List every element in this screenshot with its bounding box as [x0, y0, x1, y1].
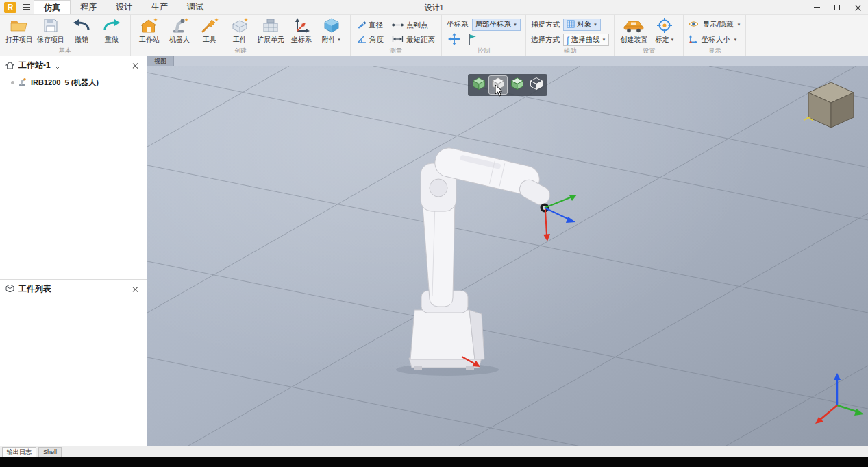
- mouse-cursor: [495, 84, 503, 99]
- ribbon-group-control-label: 控制: [445, 47, 522, 56]
- viewport-canvas[interactable]: [147, 66, 868, 446]
- menu-tab-production[interactable]: 生产: [142, 0, 177, 14]
- ribbon-group-basic: 打开项目 保存项目 撤销 重做 基本: [0, 15, 131, 56]
- maximize-button[interactable]: [827, 0, 847, 14]
- green-cube-edges-icon: [510, 77, 524, 93]
- select-mode-dropdown[interactable]: ∫ 选择曲线 ▼: [563, 34, 610, 46]
- ribbon-group-create-label: 创建: [134, 47, 347, 56]
- show-hide-button[interactable]: 显示/隐藏 ▼: [689, 19, 741, 31]
- create-attachment-button[interactable]: 附件▼: [317, 16, 347, 47]
- display-mode-toolbar: [468, 74, 547, 96]
- eye-icon: [689, 21, 699, 29]
- undo-button[interactable]: 撤销: [66, 16, 97, 47]
- shaded-edges-view-button[interactable]: [508, 76, 526, 94]
- chevron-down-icon[interactable]: [55, 60, 60, 72]
- robot-small-icon: [18, 77, 27, 88]
- save-project-button[interactable]: 保存项目: [35, 16, 66, 47]
- tree-item-robot-label: IRB1200_5 (机器人): [31, 77, 99, 88]
- move-cross-icon: [448, 33, 460, 47]
- redo-button[interactable]: 重做: [97, 16, 127, 47]
- angle-icon: [357, 35, 367, 45]
- axis-size-icon: [689, 35, 697, 45]
- menu-tab-debug[interactable]: 调试: [177, 0, 213, 14]
- chevron-down-icon: ▼: [733, 38, 737, 42]
- tree-item-robot[interactable]: IRB1200_5 (机器人): [0, 75, 147, 91]
- viewport-tab-view[interactable]: 视图: [147, 56, 174, 66]
- create-robot-button[interactable]: 机器人: [164, 16, 195, 47]
- axis-size-button[interactable]: 坐标大小 ▼: [689, 34, 741, 46]
- app-window: R 仿真 程序 设计 生产 调试 设计1 打开项目 保存项目: [0, 0, 868, 467]
- create-extension-unit-button[interactable]: 扩展单元: [255, 16, 286, 47]
- left-sidebar: 工作站-1 IRB1200_5 (机器人) 工件列表: [0, 56, 147, 446]
- measure-shortest-distance-button[interactable]: 最短距离: [390, 32, 436, 47]
- jog-tool-button[interactable]: [465, 34, 480, 46]
- world-triad-axes: [815, 373, 864, 424]
- chevron-down-icon[interactable]: ▼: [337, 38, 341, 42]
- create-part-button[interactable]: 工件: [225, 16, 255, 47]
- menu-tab-design[interactable]: 设计: [106, 0, 142, 14]
- calibrate-button[interactable]: 标定▼: [649, 16, 680, 47]
- hidden-line-view-button[interactable]: [528, 76, 545, 94]
- create-device-button[interactable]: 创建装置: [618, 16, 649, 47]
- white-cube-outline-icon: [530, 77, 543, 93]
- robot-arm-icon: [170, 17, 189, 34]
- tool-icon: [200, 17, 219, 34]
- ribbon-group-display: 显示/隐藏 ▼ 坐标大小 ▼ 显示: [684, 15, 746, 56]
- point-to-point-icon: [392, 21, 404, 29]
- minimize-icon: [814, 7, 820, 8]
- measure-angle-button[interactable]: 角度: [356, 32, 385, 47]
- ribbon: 打开项目 保存项目 撤销 重做 基本: [0, 15, 868, 56]
- create-workstation-button[interactable]: 工作站: [134, 16, 164, 47]
- ribbon-group-basic-label: 基本: [3, 47, 127, 56]
- chevron-down-icon: ▼: [513, 23, 517, 27]
- chevron-down-icon: ▼: [593, 23, 597, 27]
- undo-arrow-icon: [73, 17, 90, 34]
- chevron-down-icon: ▼: [602, 38, 606, 42]
- menu-tab-simulation[interactable]: 仿真: [34, 0, 71, 14]
- viewport-tabbar: 视图: [147, 56, 868, 66]
- ribbon-group-display-label: 显示: [687, 47, 742, 56]
- house-icon: [140, 17, 159, 34]
- minimize-button[interactable]: [806, 0, 827, 14]
- statusbar: 输出日志 Shell: [0, 446, 868, 457]
- local-frame-dropdown[interactable]: 局部坐标系 ▼: [472, 19, 521, 31]
- titlebar: R 仿真 程序 设计 生产 调试 设计1: [0, 0, 868, 15]
- move-tool-button[interactable]: [447, 34, 462, 46]
- home-icon: [5, 60, 14, 72]
- robot-model[interactable]: [396, 145, 553, 376]
- menu-tab-program[interactable]: 程序: [71, 0, 106, 14]
- ribbon-group-measure-label: 测量: [354, 47, 438, 56]
- chevron-down-icon[interactable]: ▼: [670, 38, 674, 42]
- window-controls: [806, 0, 868, 14]
- ribbon-group-setup-label: 设置: [618, 47, 680, 56]
- output-log-tab[interactable]: 输出日志: [2, 447, 36, 457]
- shaded-view-button[interactable]: [470, 76, 488, 94]
- floor-grid: [147, 66, 868, 446]
- grid-icon: [567, 20, 575, 29]
- shell-tab[interactable]: Shell: [38, 447, 62, 457]
- create-frame-button[interactable]: 坐标系: [286, 16, 317, 47]
- close-button[interactable]: [847, 0, 868, 14]
- ribbon-group-assist: 捕捉方式 对象 ▼ 选择方式 ∫ 选择曲线 ▼: [526, 15, 615, 56]
- bottom-black-bar: [0, 457, 868, 467]
- redo-arrow-icon: [103, 17, 121, 34]
- create-tool-button[interactable]: 工具: [195, 16, 225, 47]
- workstation-panel-close-button[interactable]: [130, 60, 141, 71]
- viewport: 视图: [147, 56, 868, 446]
- pencil-icon: [357, 20, 366, 30]
- coordinate-frame-icon: [293, 17, 310, 34]
- blue-cube-icon: [323, 17, 340, 34]
- open-project-button[interactable]: 打开项目: [3, 16, 35, 47]
- view-cube[interactable]: [804, 82, 854, 128]
- parts-list-panel: 工件列表: [0, 280, 147, 446]
- extension-unit-icon: [261, 17, 280, 34]
- measure-diameter-button[interactable]: 直径: [356, 18, 385, 32]
- scene-3d: [147, 66, 868, 446]
- parts-list-panel-close-button[interactable]: [130, 284, 141, 295]
- snap-mode-dropdown[interactable]: 对象 ▼: [563, 19, 601, 31]
- close-icon: [855, 4, 861, 10]
- target-icon: [656, 17, 673, 34]
- distance-icon: [392, 36, 404, 44]
- measure-point-to-point-button[interactable]: 点到点: [390, 18, 436, 32]
- curve-icon: ∫: [567, 36, 569, 45]
